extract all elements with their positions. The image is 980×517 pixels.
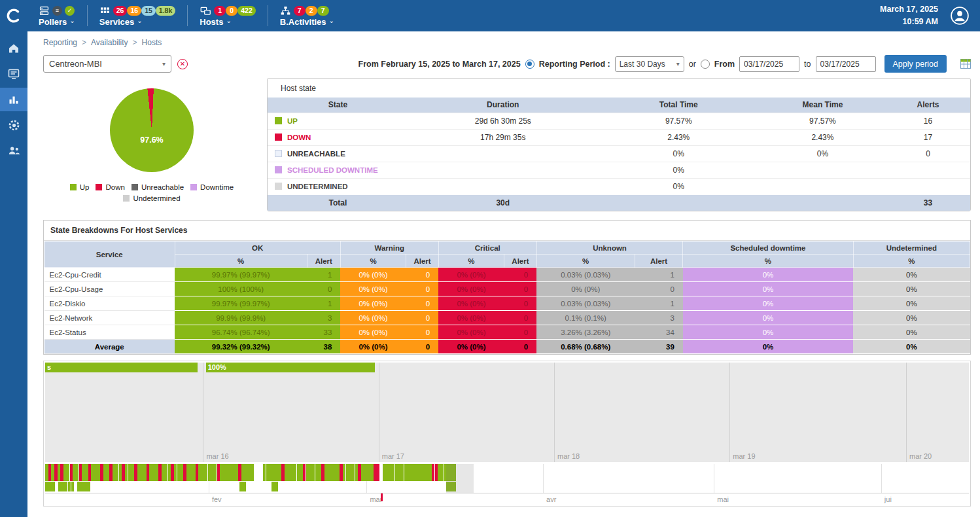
chevron-down-icon: ▾ xyxy=(676,60,680,67)
host-state-row: SCHEDULED DOWNTIME0% xyxy=(268,162,970,178)
legend-label: Undetermined xyxy=(133,194,180,202)
chevron-down-icon: ⌄ xyxy=(329,17,334,24)
column-header-ok: OK xyxy=(175,241,340,255)
breadcrumb-link-availability[interactable]: Availability xyxy=(91,38,128,47)
menu-services[interactable]: 2616151.8k Services ⌄ xyxy=(96,3,179,28)
column-header-unknown: Unknown xyxy=(536,241,683,255)
menu-services-label: Services xyxy=(99,17,135,27)
critical-pct-cell: 0% (0%) xyxy=(438,268,504,282)
critical-pct-cell: 0% (0%) xyxy=(438,296,504,311)
warning-pct-cell: 0% (0%) xyxy=(340,282,406,296)
scheduled-downtime-cell: 0% xyxy=(683,268,853,282)
column-header-total-time: Total Time xyxy=(598,98,760,113)
sidebar-item-home[interactable] xyxy=(0,37,27,60)
counter-badge: 1.8k xyxy=(156,6,175,16)
counter-badge: 7 xyxy=(317,6,329,16)
undetermined-cell: 0% xyxy=(853,268,970,282)
or-label: or xyxy=(689,60,696,69)
sidebar-item-monitoring[interactable] xyxy=(0,62,27,86)
duration-cell: 17h 29m 35s xyxy=(408,129,598,145)
host-select[interactable]: Centreon-MBI ▾ xyxy=(43,55,171,73)
warning-alert-cell: 0 xyxy=(406,296,439,311)
unknown-alert-cell: 1 xyxy=(635,296,683,311)
counter-badge: 16 xyxy=(127,6,141,16)
custom-period-radio[interactable] xyxy=(701,60,710,69)
total-time-cell: 0% xyxy=(598,178,760,194)
state-cell: DOWN xyxy=(268,129,408,145)
state-label: DOWN xyxy=(287,134,311,141)
ok-alert-cell: 3 xyxy=(307,311,340,325)
sidebar-item-administration[interactable] xyxy=(0,139,27,162)
legend-item: Unreachable xyxy=(131,183,184,191)
menu-pollers[interactable]: ≡ ✓ Pollers ⌄ xyxy=(35,3,79,28)
legend-item: Down xyxy=(96,183,124,191)
sidebar-item-reporting[interactable] xyxy=(0,88,27,111)
host-state-row: UNREACHABLE0%0%0 xyxy=(268,145,970,162)
legend-label: Unreachable xyxy=(141,183,184,191)
selector-bar xyxy=(71,482,75,491)
timeline-axis: fevmaravrmaijui xyxy=(45,493,969,505)
selector-bar xyxy=(251,464,254,481)
unknown-alert-cell: 34 xyxy=(635,325,683,340)
state-cell: UNREACHABLE xyxy=(268,145,408,162)
clear-selection-icon[interactable]: ✕ xyxy=(177,59,188,69)
availability-pie xyxy=(110,88,194,172)
sidebar-item-configuration[interactable] xyxy=(0,113,27,137)
reporting-period-label: Reporting Period : xyxy=(539,60,610,69)
hosts-icon xyxy=(200,5,211,16)
selector-handle-zone[interactable] xyxy=(446,464,474,493)
timeline-range-selector[interactable] xyxy=(45,464,969,493)
ok-alert-cell: 0 xyxy=(307,282,340,296)
ok-pct-cell: 96.74% (96.74%) xyxy=(175,325,307,340)
reporting-period-radio[interactable] xyxy=(525,60,534,69)
column-header-mean-time: Mean Time xyxy=(760,98,886,113)
mean-time-cell xyxy=(760,178,886,194)
critical-alert-cell: 0 xyxy=(504,325,537,340)
column-header-undetermined: Undetermined xyxy=(853,241,970,255)
topbar-divider xyxy=(268,5,268,26)
critical-alert-cell: 0 xyxy=(504,268,537,282)
sub-header-pct: % xyxy=(438,255,504,268)
alerts-cell xyxy=(886,178,970,194)
total-time-cell xyxy=(598,194,760,211)
from-date-input[interactable] xyxy=(739,56,799,72)
period-select[interactable]: Last 30 Days ▾ xyxy=(615,56,684,72)
current-time-marker xyxy=(381,493,383,501)
host-state-panel: Host state State Duration Total Time Mea… xyxy=(267,78,971,211)
apply-period-button[interactable]: Apply period xyxy=(884,55,947,73)
timeline-gridline xyxy=(554,363,555,462)
menu-hosts[interactable]: 10422 Hosts ⌄ xyxy=(196,3,259,28)
to-label: to xyxy=(804,60,811,69)
centreon-logo[interactable] xyxy=(0,7,27,24)
unknown-pct-cell: 3.26% (3.26%) xyxy=(536,325,635,340)
menu-bactivities[interactable]: 727 B.Activities ⌄ xyxy=(277,3,338,28)
services-badges: 2616151.8k xyxy=(113,6,176,16)
timeline-tick-label: mar 19 xyxy=(733,452,755,460)
service-name-cell: Ec2-Network xyxy=(44,311,175,325)
service-name-cell: Ec2-Cpu-Credit xyxy=(44,268,175,282)
period-select-value: Last 30 Days xyxy=(620,60,665,69)
hosts-badges: 10422 xyxy=(214,6,256,16)
user-profile-button[interactable] xyxy=(950,6,970,26)
sub-header-pct: % xyxy=(536,255,635,268)
to-date-input[interactable] xyxy=(816,56,876,72)
unknown-alert-cell: 1 xyxy=(635,268,683,282)
critical-pct-cell: 0% (0%) xyxy=(438,340,504,354)
breadcrumb-link-reporting[interactable]: Reporting xyxy=(43,38,77,47)
sub-header-pct: % xyxy=(853,255,970,268)
top-nav: ≡ ✓ Pollers ⌄ 2616151.8k Services ⌄ xyxy=(35,0,338,31)
alerts-cell: 16 xyxy=(886,113,970,129)
timeline-main-chart[interactable]: mar 16mar 17mar 18mar 19mar 20s100% xyxy=(45,363,969,462)
undetermined-cell: 0% xyxy=(853,296,970,311)
duration-cell: 29d 6h 30m 25s xyxy=(408,113,598,129)
period-range-text: From February 15, 2025 to March 17, 2025 xyxy=(359,60,521,69)
breadcrumb-link-hosts[interactable]: Hosts xyxy=(142,38,162,47)
topbar-divider xyxy=(187,5,188,26)
export-csv-icon[interactable] xyxy=(960,59,971,69)
counter-badge: 26 xyxy=(113,6,128,16)
breakdown-average-row: Average99.32% (99.32%)380% (0%)00% (0%)0… xyxy=(44,340,970,354)
timeline-gridline xyxy=(203,363,203,462)
selector-bar xyxy=(376,464,379,481)
pie-legend: UpDownUnreachableDowntimeUndetermined xyxy=(54,183,250,202)
critical-pct-cell: 0% (0%) xyxy=(438,282,504,296)
